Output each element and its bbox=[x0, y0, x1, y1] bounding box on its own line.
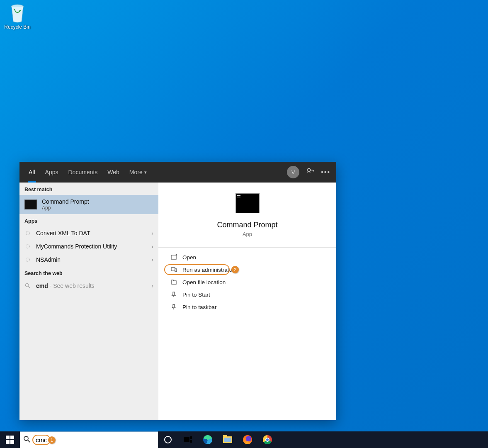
result-web-cmd[interactable]: cmd - See web results › bbox=[19, 279, 158, 293]
task-view-icon bbox=[183, 436, 192, 443]
recycle-bin-icon bbox=[9, 3, 26, 23]
svg-point-3 bbox=[26, 245, 30, 248]
result-title: Command Prompt bbox=[42, 198, 153, 205]
action-pin-to-start[interactable]: Pin to Start bbox=[158, 288, 336, 301]
cortana-icon bbox=[164, 436, 172, 443]
taskbar: 1 bbox=[0, 431, 488, 448]
action-open[interactable]: Open bbox=[158, 251, 336, 263]
tab-web[interactable]: Web bbox=[102, 162, 124, 183]
result-command-prompt[interactable]: Command Prompt App bbox=[19, 195, 158, 214]
gear-icon bbox=[24, 256, 31, 263]
gear-icon bbox=[24, 230, 31, 236]
command-prompt-icon bbox=[24, 200, 37, 209]
open-icon bbox=[170, 254, 177, 261]
result-convert-xml[interactable]: Convert XML To DAT › bbox=[19, 226, 158, 240]
chevron-right-icon: › bbox=[149, 256, 153, 263]
taskbar-search-box[interactable]: 1 bbox=[20, 431, 158, 448]
detail-actions: Open Run as administrator 2 Open file lo… bbox=[158, 247, 336, 317]
svg-rect-14 bbox=[190, 436, 192, 439]
svg-rect-11 bbox=[10, 440, 14, 444]
search-tabs: All Apps Documents Web More▾ bbox=[24, 162, 152, 183]
taskbar-app-chrome[interactable] bbox=[257, 431, 277, 448]
result-subtitle: App bbox=[42, 205, 153, 211]
tab-all[interactable]: All bbox=[24, 162, 40, 183]
web-section-label: Search the web bbox=[19, 266, 158, 279]
tab-more[interactable]: More▾ bbox=[124, 162, 152, 183]
edge-icon bbox=[203, 435, 212, 444]
chevron-right-icon: › bbox=[149, 282, 153, 289]
user-avatar[interactable]: V bbox=[287, 166, 299, 178]
search-detail-pane: Command Prompt App Open Run as administr… bbox=[158, 183, 336, 420]
file-explorer-icon bbox=[223, 436, 232, 443]
search-results-list: Best match Command Prompt App Apps Conve… bbox=[19, 183, 158, 420]
start-button[interactable] bbox=[0, 431, 20, 448]
detail-title: Command Prompt bbox=[217, 221, 277, 229]
svg-point-4 bbox=[26, 258, 30, 262]
detail-subtitle: App bbox=[243, 231, 252, 237]
taskbar-app-file-explorer[interactable] bbox=[218, 431, 238, 448]
svg-rect-10 bbox=[6, 440, 10, 444]
svg-point-5 bbox=[26, 284, 29, 287]
callout-badge-2: 2 bbox=[231, 266, 239, 273]
svg-rect-6 bbox=[171, 255, 176, 259]
pin-icon bbox=[170, 291, 177, 298]
best-match-section-label: Best match bbox=[19, 183, 158, 195]
action-open-file-location[interactable]: Open file location bbox=[158, 276, 336, 288]
search-icon bbox=[23, 436, 31, 445]
search-icon bbox=[24, 282, 31, 289]
svg-point-12 bbox=[24, 436, 28, 441]
desktop-icon-recycle-bin[interactable]: Recycle Bin bbox=[2, 3, 32, 30]
chevron-right-icon: › bbox=[149, 243, 153, 250]
callout-badge-1: 1 bbox=[48, 436, 56, 444]
gear-icon bbox=[24, 243, 31, 250]
result-mycommands-protection[interactable]: MyCommands Protection Utility › bbox=[19, 240, 158, 253]
more-options-icon[interactable]: ••• bbox=[321, 168, 330, 176]
admin-shield-icon bbox=[170, 266, 177, 273]
start-search-flyout: All Apps Documents Web More▾ V ••• Best … bbox=[19, 162, 336, 420]
firefox-icon bbox=[243, 435, 252, 444]
tab-apps[interactable]: Apps bbox=[40, 162, 63, 183]
chevron-down-icon: ▾ bbox=[144, 170, 147, 175]
command-prompt-icon bbox=[236, 193, 260, 213]
svg-point-2 bbox=[26, 231, 30, 235]
action-run-as-administrator[interactable]: Run as administrator 2 bbox=[158, 263, 336, 276]
svg-rect-8 bbox=[6, 436, 10, 439]
svg-rect-9 bbox=[10, 436, 14, 439]
taskbar-app-edge[interactable] bbox=[198, 431, 218, 448]
pin-icon bbox=[170, 304, 177, 310]
recycle-bin-label: Recycle Bin bbox=[2, 24, 32, 30]
search-header: All Apps Documents Web More▾ V ••• bbox=[19, 162, 336, 183]
taskbar-app-firefox[interactable] bbox=[238, 431, 257, 448]
apps-section-label: Apps bbox=[19, 214, 158, 226]
svg-rect-7 bbox=[171, 268, 175, 271]
chrome-icon bbox=[263, 435, 272, 444]
result-nsadmin[interactable]: NSAdmin › bbox=[19, 253, 158, 266]
action-pin-to-taskbar[interactable]: Pin to taskbar bbox=[158, 301, 336, 313]
svg-point-1 bbox=[307, 168, 311, 172]
folder-icon bbox=[170, 279, 177, 285]
svg-rect-15 bbox=[190, 440, 192, 443]
feedback-icon[interactable] bbox=[306, 167, 314, 177]
task-view-button[interactable] bbox=[178, 431, 198, 448]
tab-documents[interactable]: Documents bbox=[63, 162, 102, 183]
chevron-right-icon: › bbox=[149, 230, 153, 236]
svg-rect-13 bbox=[184, 437, 189, 442]
cortana-button[interactable] bbox=[158, 431, 178, 448]
